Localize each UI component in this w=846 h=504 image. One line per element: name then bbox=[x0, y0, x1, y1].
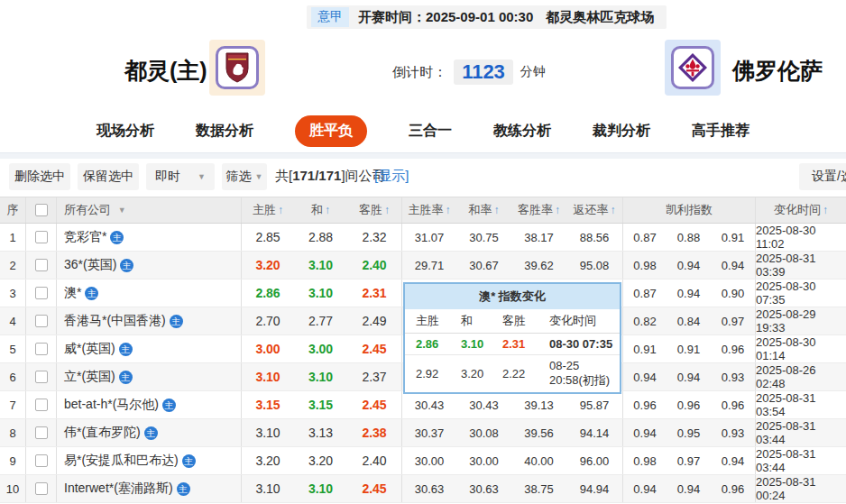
odds-value[interactable]: 2.88 bbox=[294, 224, 347, 251]
odds-value[interactable]: 2.40 bbox=[347, 252, 401, 279]
row-checkbox[interactable] bbox=[35, 259, 48, 271]
home-badge-icon: 主 bbox=[182, 454, 196, 468]
odds-value[interactable]: 3.10 bbox=[241, 363, 294, 390]
row-checkbox[interactable] bbox=[35, 315, 48, 327]
odds-value[interactable]: 2.38 bbox=[347, 419, 401, 446]
row-checkbox[interactable] bbox=[35, 231, 48, 243]
kelly-value: 0.98 bbox=[622, 447, 667, 474]
rate-value: 30.63 bbox=[456, 475, 511, 502]
row-checkbox[interactable] bbox=[35, 343, 48, 355]
odds-value[interactable]: 3.20 bbox=[241, 447, 294, 474]
company-cell[interactable]: 澳*主 bbox=[56, 279, 241, 307]
odds-mode-select[interactable]: 即时 ▼ bbox=[146, 163, 215, 190]
settings-button[interactable]: 设置/选 bbox=[799, 163, 846, 190]
league-badge[interactable]: 意甲 bbox=[311, 7, 349, 27]
odds-value[interactable]: 3.20 bbox=[294, 447, 347, 474]
header-draw-rate[interactable]: 和率↑ bbox=[456, 197, 511, 223]
company-name[interactable]: 伟*(直布罗陀) bbox=[64, 425, 141, 441]
row-checkbox[interactable] bbox=[35, 454, 48, 467]
select-all-checkbox[interactable] bbox=[35, 204, 48, 216]
show-link[interactable]: [显示] bbox=[374, 168, 409, 185]
odds-value[interactable]: 3.10 bbox=[294, 475, 347, 502]
change-time: 2025-08-31 03:39 bbox=[755, 252, 846, 279]
company-cell[interactable]: 竞彩官*主 bbox=[56, 224, 241, 251]
odds-value[interactable]: 2.40 bbox=[347, 447, 401, 474]
header-draw-odds[interactable]: 和↑ bbox=[294, 197, 347, 223]
header-home-odds[interactable]: 主胜↑ bbox=[241, 197, 294, 223]
row-checkbox-cell bbox=[25, 363, 56, 390]
company-name[interactable]: 香港马*(中国香港) bbox=[64, 313, 166, 329]
table-row: 1竞彩官*主2.852.882.3231.0730.7538.1788.560.… bbox=[0, 224, 846, 252]
odds-value[interactable]: 3.10 bbox=[241, 419, 294, 446]
tab-expert-picks[interactable]: 高手推荐 bbox=[692, 122, 749, 141]
odds-value[interactable]: 3.13 bbox=[294, 419, 347, 446]
keep-selected-button[interactable]: 保留选中 bbox=[78, 163, 139, 190]
kelly-value: 0.94 bbox=[711, 252, 755, 279]
header-home-rate[interactable]: 主胜率↑ bbox=[401, 197, 456, 223]
odds-value[interactable]: 2.77 bbox=[294, 307, 347, 334]
company-name[interactable]: 澳* bbox=[64, 285, 81, 301]
company-cell[interactable]: 威*(英国)主 bbox=[56, 335, 241, 362]
header-company[interactable]: 所有公司 ▼ bbox=[56, 197, 241, 223]
header-away-rate[interactable]: 客胜率↑ bbox=[511, 197, 566, 223]
row-checkbox[interactable] bbox=[35, 371, 48, 383]
kelly-value: 0.94 bbox=[667, 475, 711, 502]
odds-value[interactable]: 2.49 bbox=[347, 307, 401, 334]
odds-value[interactable]: 2.86 bbox=[241, 279, 294, 307]
kelly-value: 0.95 bbox=[667, 419, 711, 446]
company-name[interactable]: 36*(英国) bbox=[64, 257, 116, 273]
company-name[interactable]: 竞彩官* bbox=[64, 229, 106, 245]
row-checkbox[interactable] bbox=[35, 399, 48, 411]
rate-value: 30.37 bbox=[401, 419, 456, 446]
odds-value[interactable]: 3.15 bbox=[241, 391, 294, 418]
tab-data-analysis[interactable]: 数据分析 bbox=[196, 122, 253, 141]
company-name[interactable]: bet-at-h*(马尔他) bbox=[64, 397, 159, 413]
odds-value[interactable]: 2.45 bbox=[347, 391, 401, 418]
odds-value[interactable]: 3.00 bbox=[294, 335, 347, 362]
company-name[interactable]: 威*(英国) bbox=[64, 341, 115, 357]
company-cell[interactable]: 易*(安提瓜和巴布达)主 bbox=[56, 447, 241, 474]
company-name[interactable]: Interwet*(塞浦路斯) bbox=[64, 481, 173, 497]
odds-value[interactable]: 2.37 bbox=[347, 363, 401, 390]
filter-button[interactable]: 筛选 ▼ bbox=[222, 163, 267, 190]
tab-coach-analysis[interactable]: 教练分析 bbox=[493, 122, 551, 141]
tab-three-in-one[interactable]: 三合一 bbox=[409, 122, 452, 141]
odds-value[interactable]: 2.70 bbox=[241, 307, 294, 334]
odds-value[interactable]: 3.10 bbox=[294, 279, 347, 307]
row-checkbox[interactable] bbox=[35, 287, 48, 299]
row-checkbox[interactable] bbox=[35, 426, 48, 439]
tab-win-draw-lose[interactable]: 胜平负 bbox=[295, 115, 367, 147]
odds-value[interactable]: 3.10 bbox=[241, 475, 294, 502]
row-checkbox[interactable] bbox=[35, 482, 48, 495]
rate-value: 30.67 bbox=[456, 252, 511, 279]
header-return-rate[interactable]: 返还率↑ bbox=[566, 197, 622, 223]
table-row: 236*(英国)主3.203.102.4029.7130.6739.6295.0… bbox=[0, 252, 846, 279]
odds-value[interactable]: 2.45 bbox=[347, 335, 401, 362]
odds-value[interactable]: 2.32 bbox=[347, 224, 401, 251]
odds-value[interactable]: 3.00 bbox=[241, 335, 294, 362]
odds-value[interactable]: 3.20 bbox=[241, 252, 294, 279]
company-cell[interactable]: bet-at-h*(马尔他)主 bbox=[56, 391, 241, 418]
header-seq: 序 bbox=[0, 197, 25, 223]
odds-value[interactable]: 2.85 bbox=[241, 224, 294, 251]
odds-value[interactable]: 3.10 bbox=[294, 363, 347, 390]
company-cell[interactable]: 伟*(直布罗陀)主 bbox=[56, 419, 241, 446]
header-change-time[interactable]: 变化时间↑ bbox=[755, 197, 846, 223]
odds-value[interactable]: 2.45 bbox=[347, 475, 401, 502]
rate-value: 38.17 bbox=[511, 224, 566, 251]
company-cell[interactable]: Interwet*(塞浦路斯)主 bbox=[56, 475, 241, 502]
company-cell[interactable]: 立*(英国)主 bbox=[56, 363, 241, 390]
company-count: 共[171/171]间公司 bbox=[275, 168, 386, 185]
kelly-value: 0.96 bbox=[667, 391, 711, 418]
odds-value[interactable]: 2.31 bbox=[347, 279, 401, 307]
tab-live-analysis[interactable]: 现场分析 bbox=[97, 122, 154, 141]
header-away-odds[interactable]: 客胜↑ bbox=[347, 197, 401, 223]
company-cell[interactable]: 36*(英国)主 bbox=[56, 252, 241, 279]
company-cell[interactable]: 香港马*(中国香港)主 bbox=[56, 307, 241, 334]
delete-selected-button[interactable]: 删除选中 bbox=[9, 163, 70, 190]
odds-value[interactable]: 3.15 bbox=[294, 391, 347, 418]
odds-value[interactable]: 3.10 bbox=[294, 252, 347, 279]
company-name[interactable]: 易*(安提瓜和巴布达) bbox=[64, 453, 179, 469]
tab-referee-analysis[interactable]: 裁判分析 bbox=[593, 122, 650, 141]
company-name[interactable]: 立*(英国) bbox=[64, 369, 115, 385]
